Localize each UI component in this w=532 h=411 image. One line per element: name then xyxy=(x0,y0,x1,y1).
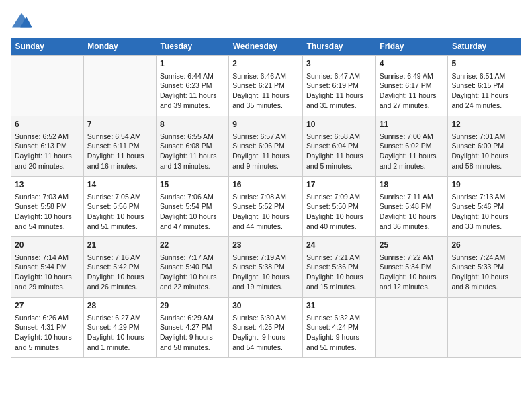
page-header xyxy=(11,11,521,30)
day-info: Sunrise: 7:03 AMSunset: 5:58 PMDaylight:… xyxy=(15,192,80,232)
calendar-cell: 14Sunrise: 7:05 AMSunset: 5:56 PMDayligh… xyxy=(83,177,156,237)
day-number: 18 xyxy=(380,179,445,191)
day-info: Sunrise: 6:27 AMSunset: 4:29 PMDaylight:… xyxy=(87,313,152,353)
day-number: 6 xyxy=(15,119,80,130)
calendar-table: SundayMondayTuesdayWednesdayThursdayFrid… xyxy=(11,38,521,358)
day-info: Sunrise: 7:17 AMSunset: 5:40 PMDaylight:… xyxy=(160,253,225,292)
day-info: Sunrise: 7:16 AMSunset: 5:42 PMDaylight:… xyxy=(87,253,152,292)
calendar-cell: 23Sunrise: 7:19 AMSunset: 5:38 PMDayligh… xyxy=(229,237,303,298)
day-info: Sunrise: 7:24 AMSunset: 5:33 PMDaylight:… xyxy=(451,253,517,292)
day-number: 25 xyxy=(380,240,445,251)
calendar-cell: 19Sunrise: 7:13 AMSunset: 5:46 PMDayligh… xyxy=(448,177,521,237)
calendar-cell: 16Sunrise: 7:08 AMSunset: 5:52 PMDayligh… xyxy=(229,177,303,237)
calendar-cell: 13Sunrise: 7:03 AMSunset: 5:58 PMDayligh… xyxy=(11,177,84,237)
calendar-cell xyxy=(375,298,448,358)
day-number: 7 xyxy=(87,119,152,130)
day-header-tuesday: Tuesday xyxy=(156,38,228,56)
day-number: 5 xyxy=(451,58,517,70)
day-number: 4 xyxy=(380,58,445,70)
calendar-cell: 3Sunrise: 6:47 AMSunset: 6:19 PMDaylight… xyxy=(303,56,376,116)
calendar-cell: 10Sunrise: 6:58 AMSunset: 6:04 PMDayligh… xyxy=(303,116,376,177)
calendar-cell: 4Sunrise: 6:49 AMSunset: 6:17 PMDaylight… xyxy=(375,56,448,116)
calendar-cell: 20Sunrise: 7:14 AMSunset: 5:44 PMDayligh… xyxy=(11,237,84,298)
day-info: Sunrise: 7:06 AMSunset: 5:54 PMDaylight:… xyxy=(160,192,225,232)
calendar-cell: 7Sunrise: 6:54 AMSunset: 6:11 PMDaylight… xyxy=(83,116,156,177)
calendar-cell: 21Sunrise: 7:16 AMSunset: 5:42 PMDayligh… xyxy=(83,237,156,298)
day-header-thursday: Thursday xyxy=(303,38,376,56)
day-number: 14 xyxy=(87,179,152,191)
day-header-friday: Friday xyxy=(375,38,448,56)
logo xyxy=(11,11,35,30)
day-info: Sunrise: 6:47 AMSunset: 6:19 PMDaylight:… xyxy=(306,71,372,111)
day-info: Sunrise: 7:13 AMSunset: 5:46 PMDaylight:… xyxy=(451,192,517,232)
day-info: Sunrise: 6:29 AMSunset: 4:27 PMDaylight:… xyxy=(160,313,225,353)
day-number: 22 xyxy=(160,240,225,251)
day-number: 13 xyxy=(15,179,80,191)
day-number: 29 xyxy=(160,300,225,312)
calendar-cell: 22Sunrise: 7:17 AMSunset: 5:40 PMDayligh… xyxy=(156,237,228,298)
day-number: 12 xyxy=(451,119,517,130)
calendar-cell: 1Sunrise: 6:44 AMSunset: 6:23 PMDaylight… xyxy=(156,56,228,116)
day-number: 19 xyxy=(451,179,517,191)
calendar-cell xyxy=(11,56,84,116)
day-number: 28 xyxy=(87,300,152,312)
day-number: 31 xyxy=(306,300,372,312)
calendar-cell: 8Sunrise: 6:55 AMSunset: 6:08 PMDaylight… xyxy=(156,116,228,177)
day-info: Sunrise: 6:46 AMSunset: 6:21 PMDaylight:… xyxy=(232,71,299,111)
calendar-cell: 26Sunrise: 7:24 AMSunset: 5:33 PMDayligh… xyxy=(448,237,521,298)
day-info: Sunrise: 7:09 AMSunset: 5:50 PMDaylight:… xyxy=(306,192,372,232)
calendar-cell: 29Sunrise: 6:29 AMSunset: 4:27 PMDayligh… xyxy=(156,298,228,358)
day-info: Sunrise: 6:26 AMSunset: 4:31 PMDaylight:… xyxy=(15,313,80,353)
calendar-week-row: 13Sunrise: 7:03 AMSunset: 5:58 PMDayligh… xyxy=(11,177,521,237)
day-number: 15 xyxy=(160,179,225,191)
day-number: 3 xyxy=(306,58,372,70)
day-info: Sunrise: 6:44 AMSunset: 6:23 PMDaylight:… xyxy=(160,71,225,111)
day-info: Sunrise: 7:00 AMSunset: 6:02 PMDaylight:… xyxy=(380,132,445,171)
day-info: Sunrise: 6:58 AMSunset: 6:04 PMDaylight:… xyxy=(306,132,372,171)
day-info: Sunrise: 7:05 AMSunset: 5:56 PMDaylight:… xyxy=(87,192,152,232)
day-number: 8 xyxy=(160,119,225,130)
day-header-wednesday: Wednesday xyxy=(229,38,303,56)
day-info: Sunrise: 6:32 AMSunset: 4:24 PMDaylight:… xyxy=(306,313,372,353)
calendar-week-row: 1Sunrise: 6:44 AMSunset: 6:23 PMDaylight… xyxy=(11,56,521,116)
day-info: Sunrise: 6:49 AMSunset: 6:17 PMDaylight:… xyxy=(380,71,445,111)
calendar-week-row: 6Sunrise: 6:52 AMSunset: 6:13 PMDaylight… xyxy=(11,116,521,177)
day-info: Sunrise: 7:22 AMSunset: 5:34 PMDaylight:… xyxy=(380,253,445,292)
calendar-week-row: 27Sunrise: 6:26 AMSunset: 4:31 PMDayligh… xyxy=(11,298,521,358)
day-info: Sunrise: 6:51 AMSunset: 6:15 PMDaylight:… xyxy=(451,71,517,111)
day-number: 30 xyxy=(232,300,299,312)
day-number: 16 xyxy=(232,179,299,191)
day-info: Sunrise: 7:08 AMSunset: 5:52 PMDaylight:… xyxy=(232,192,299,232)
day-number: 27 xyxy=(15,300,80,312)
calendar-cell xyxy=(83,56,156,116)
calendar-header-row: SundayMondayTuesdayWednesdayThursdayFrid… xyxy=(11,38,521,56)
calendar-cell: 24Sunrise: 7:21 AMSunset: 5:36 PMDayligh… xyxy=(303,237,376,298)
calendar-cell: 31Sunrise: 6:32 AMSunset: 4:24 PMDayligh… xyxy=(303,298,376,358)
day-info: Sunrise: 7:14 AMSunset: 5:44 PMDaylight:… xyxy=(15,253,80,292)
calendar-cell: 6Sunrise: 6:52 AMSunset: 6:13 PMDaylight… xyxy=(11,116,84,177)
calendar-cell xyxy=(448,298,521,358)
calendar-cell: 18Sunrise: 7:11 AMSunset: 5:48 PMDayligh… xyxy=(375,177,448,237)
calendar-cell: 9Sunrise: 6:57 AMSunset: 6:06 PMDaylight… xyxy=(229,116,303,177)
calendar-cell: 5Sunrise: 6:51 AMSunset: 6:15 PMDaylight… xyxy=(448,56,521,116)
day-info: Sunrise: 6:54 AMSunset: 6:11 PMDaylight:… xyxy=(87,132,152,171)
calendar-cell: 17Sunrise: 7:09 AMSunset: 5:50 PMDayligh… xyxy=(303,177,376,237)
day-info: Sunrise: 6:52 AMSunset: 6:13 PMDaylight:… xyxy=(15,132,80,171)
calendar-week-row: 20Sunrise: 7:14 AMSunset: 5:44 PMDayligh… xyxy=(11,237,521,298)
day-info: Sunrise: 7:11 AMSunset: 5:48 PMDaylight:… xyxy=(380,192,445,232)
day-info: Sunrise: 7:21 AMSunset: 5:36 PMDaylight:… xyxy=(306,253,372,292)
day-number: 1 xyxy=(160,58,225,70)
day-header-monday: Monday xyxy=(83,38,156,56)
calendar-cell: 12Sunrise: 7:01 AMSunset: 6:00 PMDayligh… xyxy=(448,116,521,177)
day-number: 10 xyxy=(306,119,372,130)
day-info: Sunrise: 6:55 AMSunset: 6:08 PMDaylight:… xyxy=(160,132,225,171)
calendar-cell: 27Sunrise: 6:26 AMSunset: 4:31 PMDayligh… xyxy=(11,298,84,358)
day-number: 17 xyxy=(306,179,372,191)
calendar-cell: 28Sunrise: 6:27 AMSunset: 4:29 PMDayligh… xyxy=(83,298,156,358)
day-number: 2 xyxy=(232,58,299,70)
day-number: 24 xyxy=(306,240,372,251)
calendar-cell: 15Sunrise: 7:06 AMSunset: 5:54 PMDayligh… xyxy=(156,177,228,237)
day-number: 9 xyxy=(232,119,299,130)
logo-icon xyxy=(11,11,32,30)
day-number: 11 xyxy=(380,119,445,130)
